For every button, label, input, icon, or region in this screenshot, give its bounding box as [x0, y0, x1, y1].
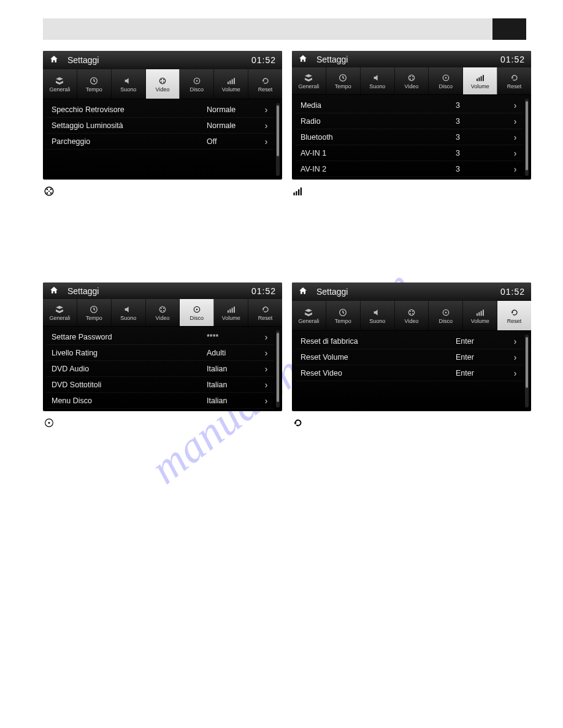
- item-label: Parcheggio: [52, 137, 207, 146]
- tab-suono[interactable]: Suono: [112, 69, 146, 99]
- caption-reset: [292, 417, 531, 428]
- svg-point-5: [163, 82, 164, 83]
- list-item[interactable]: AV-IN 23›: [296, 161, 523, 177]
- list-item[interactable]: Radio3›: [296, 113, 523, 129]
- tab-label: Suono: [369, 83, 385, 89]
- tab-label: Tempo: [86, 86, 102, 93]
- tab-video[interactable]: Video: [146, 299, 180, 326]
- item-value: Italian: [207, 381, 259, 389]
- home-icon[interactable]: [298, 54, 309, 65]
- svg-rect-28: [480, 76, 481, 81]
- svg-point-23: [412, 78, 413, 80]
- home-icon[interactable]: [49, 55, 60, 66]
- tab-tempo[interactable]: Tempo: [326, 301, 361, 330]
- list-item[interactable]: Settaggio LuminositàNormale›: [47, 118, 274, 134]
- scrollbar[interactable]: [276, 330, 280, 408]
- item-label: DVD Audio: [52, 365, 207, 373]
- item-value: Adulti: [207, 349, 259, 357]
- tab-reset[interactable]: Reset: [248, 69, 282, 99]
- list-item[interactable]: DVD SottotitoliItalian›: [47, 377, 274, 393]
- scrollbar[interactable]: [525, 99, 529, 176]
- tab-tempo[interactable]: Tempo: [77, 69, 112, 99]
- tab-label: Volume: [222, 315, 240, 321]
- tab-disco[interactable]: Disco: [180, 299, 214, 326]
- tab-disco[interactable]: Disco: [429, 67, 463, 94]
- item-value: 3: [456, 117, 508, 126]
- chevron-right-icon: ›: [259, 121, 274, 131]
- tab-volume[interactable]: Volume: [214, 299, 248, 326]
- tab-volume[interactable]: Volume: [463, 301, 497, 330]
- clock: 01:52: [500, 287, 525, 297]
- tab-reset[interactable]: Reset: [497, 301, 531, 330]
- tab-label: Reset: [507, 83, 522, 89]
- tab-label: Reset: [258, 315, 273, 321]
- svg-point-38: [161, 310, 162, 311]
- chevron-right-icon: ›: [508, 352, 523, 362]
- chevron-right-icon: ›: [259, 364, 274, 374]
- tab-video[interactable]: Video: [146, 69, 180, 99]
- svg-point-51: [412, 311, 413, 312]
- list-item[interactable]: Menu DiscoItalian›: [47, 393, 274, 409]
- list-item[interactable]: Bluetooth3›: [296, 129, 523, 145]
- home-icon[interactable]: [298, 286, 309, 297]
- settings-panel-disco: Settaggi 01:52 Generali Tempo Suono Vide…: [43, 282, 282, 411]
- svg-point-52: [410, 313, 411, 314]
- tab-disco[interactable]: Disco: [180, 69, 214, 99]
- tab-generali[interactable]: Generali: [43, 299, 77, 326]
- tab-reset[interactable]: Reset: [248, 299, 282, 326]
- tab-tempo[interactable]: Tempo: [326, 67, 361, 94]
- tab-label: Disco: [190, 315, 204, 321]
- svg-point-37: [163, 308, 164, 309]
- svg-point-36: [161, 308, 162, 309]
- list-item[interactable]: Reset VolumeEnter›: [296, 349, 523, 365]
- list-item[interactable]: DVD AudioItalian›: [47, 361, 274, 377]
- tab-volume[interactable]: Volume: [214, 69, 248, 99]
- item-label: Livello Rating: [52, 349, 207, 357]
- tab-label: Generali: [298, 318, 319, 324]
- svg-rect-42: [228, 310, 229, 313]
- list-item[interactable]: Livello RatingAdulti›: [47, 345, 274, 361]
- svg-point-7: [196, 80, 198, 82]
- tab-video[interactable]: Video: [395, 67, 429, 94]
- tab-volume[interactable]: Volume: [463, 67, 497, 94]
- list-item[interactable]: ParcheggioOff›: [47, 134, 274, 150]
- svg-rect-29: [483, 75, 484, 81]
- tab-label: Volume: [471, 318, 489, 324]
- home-icon[interactable]: [49, 286, 60, 297]
- list-item[interactable]: AV-IN 13›: [296, 145, 523, 161]
- settings-panel-reset: Settaggi 01:52 Generali Tempo Suono Vide…: [292, 282, 531, 411]
- panel-title: Settaggi: [67, 55, 99, 65]
- scrollbar[interactable]: [525, 335, 529, 408]
- item-label: Specchio Retrovisore: [52, 105, 207, 114]
- tab-label: Disco: [439, 318, 453, 324]
- svg-point-41: [196, 309, 198, 311]
- svg-rect-26: [477, 78, 478, 81]
- tab-suono[interactable]: Suono: [361, 67, 395, 94]
- tab-bar: Generali Tempo Suono Video Disco Volume …: [43, 69, 282, 99]
- svg-point-15: [47, 192, 48, 194]
- item-label: Bluetooth: [301, 133, 456, 142]
- svg-rect-56: [477, 313, 478, 316]
- tab-label: Video: [156, 86, 170, 93]
- tab-suono[interactable]: Suono: [112, 299, 146, 326]
- item-label: DVD Sottotitoli: [52, 381, 207, 389]
- tab-suono[interactable]: Suono: [361, 301, 395, 330]
- tab-disco[interactable]: Disco: [429, 301, 463, 330]
- list-item[interactable]: Specchio RetrovisoreNormale›: [47, 102, 274, 118]
- svg-rect-44: [231, 308, 232, 313]
- svg-point-39: [163, 310, 164, 311]
- tab-generali[interactable]: Generali: [292, 67, 326, 94]
- tab-generali[interactable]: Generali: [292, 301, 326, 330]
- tab-reset[interactable]: Reset: [497, 67, 531, 94]
- tab-tempo[interactable]: Tempo: [77, 299, 112, 326]
- tab-generali[interactable]: Generali: [43, 69, 77, 99]
- item-label: AV-IN 2: [301, 165, 456, 173]
- list-item[interactable]: Settare Password****›: [47, 329, 274, 345]
- scrollbar[interactable]: [276, 103, 280, 176]
- list-item[interactable]: Reset di fabbricaEnter›: [296, 333, 523, 349]
- list-item[interactable]: Media3›: [296, 97, 523, 113]
- list-item[interactable]: Reset VideoEnter›: [296, 365, 523, 381]
- reset-arrow-icon: [292, 417, 304, 428]
- caption-video: [43, 186, 282, 197]
- tab-video[interactable]: Video: [395, 301, 429, 330]
